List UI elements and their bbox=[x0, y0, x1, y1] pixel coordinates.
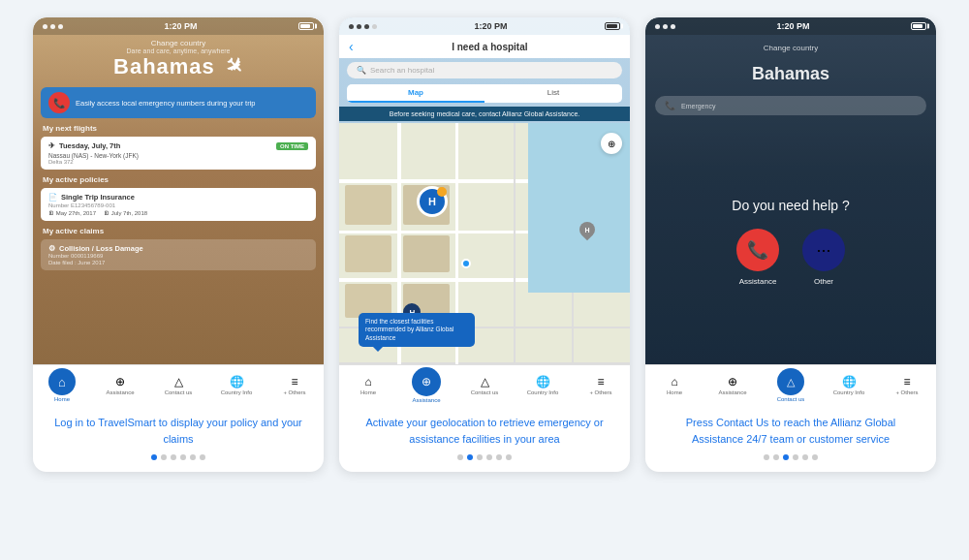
nav-assistance-2[interactable]: ⊕ Assistance bbox=[397, 367, 455, 403]
tab-list[interactable]: List bbox=[484, 84, 622, 103]
status-time-1: 1:20 PM bbox=[164, 21, 197, 31]
battery-fill-2 bbox=[607, 24, 617, 28]
dot-2-3[interactable] bbox=[477, 454, 483, 460]
claim-name-text: Collision / Loss Damage bbox=[59, 244, 143, 253]
card-caption-text-3: Press Contact Us to reach the Allianz Gl… bbox=[659, 415, 922, 447]
hospital-search[interactable]: 🔍 Search an hospital bbox=[347, 62, 622, 78]
hospital-h-icon-gray: H bbox=[584, 226, 589, 233]
dot-2-4[interactable] bbox=[486, 454, 492, 460]
nav-others-1[interactable]: ≡ + Others bbox=[266, 375, 324, 395]
dot-3-4[interactable] bbox=[793, 454, 798, 460]
bahamas-title-3: Bahamas bbox=[645, 64, 936, 84]
bahamas-title-1: Bahamas ✈ bbox=[113, 54, 243, 79]
other-btn[interactable]: ··· Other bbox=[802, 229, 845, 286]
emergency-banner[interactable]: 📞 Easily access local emergency numbers … bbox=[41, 87, 316, 118]
dot-3-1[interactable] bbox=[764, 454, 769, 460]
medical-notice: Before seeking medical care, contact All… bbox=[339, 107, 630, 121]
nav-country-3[interactable]: 🌐 Country Info bbox=[820, 375, 878, 395]
flight-route: Nassau (NAS) - New-York (JFK) bbox=[48, 152, 308, 159]
policy-date-from: 🗓 May 27th, 2017 bbox=[48, 210, 96, 216]
dot-1-2[interactable] bbox=[161, 454, 167, 460]
flight-date-text: Tuesday, July, 7th bbox=[59, 141, 120, 150]
phone-mockup-1: 1:20 PM Change country Dare and care, an… bbox=[33, 17, 324, 405]
dot-2-1[interactable] bbox=[457, 454, 463, 460]
flight-card: ✈ Tuesday, July, 7th ON TIME Nassau (NAS… bbox=[41, 137, 316, 170]
phone-icon-circle: 📞 bbox=[48, 92, 70, 113]
status-bar-2: 1:20 PM bbox=[339, 17, 630, 35]
map-area[interactable]: H H H ⊕ Find the close bbox=[339, 123, 630, 405]
crosshair-button[interactable]: ⊕ bbox=[601, 133, 622, 154]
location-dot bbox=[461, 259, 471, 268]
card-2: 1:20 PM ‹ I need a hospital 🔍 Search an … bbox=[339, 17, 630, 472]
nav-home-3[interactable]: ⌂ Home bbox=[645, 375, 703, 395]
dot-1-3[interactable] bbox=[171, 454, 176, 460]
card-3: 1:20 PM Change country Bahamas bbox=[645, 17, 936, 472]
dare-care-label: Dare and care, anytime, anywhere bbox=[127, 47, 231, 54]
dot-3-5[interactable] bbox=[802, 454, 808, 460]
gold-badge bbox=[437, 187, 447, 197]
change-country-3[interactable]: Change country bbox=[764, 44, 818, 52]
card-caption-1: Log in to TravelSmart to display your po… bbox=[33, 405, 324, 472]
nav-contact-1[interactable]: △ Contact us bbox=[149, 375, 207, 395]
nav-country-label-3: Country Info bbox=[833, 389, 865, 395]
dot-3-2[interactable] bbox=[773, 454, 779, 460]
dot-3-3[interactable] bbox=[783, 454, 789, 460]
dot-2-2[interactable] bbox=[467, 454, 473, 460]
nav-assistance-1[interactable]: ⊕ Assistance bbox=[91, 375, 149, 395]
nav-contact-2[interactable]: △ Contact us bbox=[455, 375, 514, 395]
nav-contact-3[interactable]: △ Contact us bbox=[762, 368, 820, 402]
nav-home-1[interactable]: ⌂ Home bbox=[33, 368, 91, 402]
country-icon-2: 🌐 bbox=[536, 375, 550, 389]
map-block-1 bbox=[345, 185, 391, 225]
phone1-background: 1:20 PM Change country Dare and care, an… bbox=[33, 17, 324, 405]
phone3-content: 1:20 PM Change country Bahamas bbox=[645, 17, 936, 405]
phone3-search[interactable]: 📞 Emergency bbox=[655, 96, 926, 115]
dot-3-6[interactable] bbox=[812, 454, 818, 460]
nav-others-3[interactable]: ≡ + Others bbox=[878, 375, 936, 395]
dot-2-6[interactable] bbox=[506, 454, 512, 460]
card-caption-text-2: Activate your geolocation to retrieve em… bbox=[353, 415, 616, 447]
nav-assistance-label-1: Assistance bbox=[106, 389, 134, 395]
nav-country-1[interactable]: 🌐 Country Info bbox=[207, 375, 266, 395]
tab-map[interactable]: Map bbox=[347, 84, 484, 103]
signal-dot-3-2 bbox=[663, 24, 668, 29]
bahamas-text-1: Bahamas bbox=[113, 54, 215, 78]
nav-others-2[interactable]: ≡ + Others bbox=[572, 375, 630, 395]
nav-assistance-label-3: Assistance bbox=[718, 389, 746, 395]
battery-icon-3 bbox=[911, 22, 926, 30]
dots-row-2 bbox=[353, 454, 616, 460]
signal-dot-2 bbox=[50, 24, 55, 29]
dot-1-4[interactable] bbox=[180, 454, 186, 460]
signal-dot-3-1 bbox=[655, 24, 660, 29]
dots-row-1 bbox=[47, 454, 310, 460]
status-time-3: 1:20 PM bbox=[776, 21, 809, 31]
dots-row-3 bbox=[659, 454, 922, 460]
road-v-3 bbox=[514, 123, 516, 405]
cards-container: 1:20 PM Change country Dare and care, an… bbox=[0, 0, 969, 472]
phone-mockup-2: 1:20 PM ‹ I need a hospital 🔍 Search an … bbox=[339, 17, 630, 405]
back-arrow-icon[interactable]: ‹ bbox=[349, 39, 354, 54]
dot-1-6[interactable] bbox=[200, 454, 205, 460]
signal-dots-3 bbox=[655, 24, 675, 29]
contact-circle-3: △ bbox=[777, 368, 804, 395]
card-caption-3: Press Contact Us to reach the Allianz Gl… bbox=[645, 405, 936, 472]
dot-1-1[interactable] bbox=[151, 454, 157, 460]
road-v-2 bbox=[455, 123, 458, 405]
search-placeholder: Search an hospital bbox=[370, 66, 434, 75]
nav-contact-label-2: Contact us bbox=[471, 389, 499, 395]
nav-country-label-1: Country Info bbox=[221, 389, 253, 395]
contact-icon-2: △ bbox=[481, 375, 489, 389]
assistance-btn[interactable]: 📞 Assistance bbox=[736, 229, 779, 286]
dot-2-5[interactable] bbox=[496, 454, 502, 460]
nav-country-2[interactable]: 🌐 Country Info bbox=[514, 375, 572, 395]
claim-number: Number 0000119669 bbox=[48, 253, 308, 259]
phone1-header: Change country Dare and care, anytime, a… bbox=[33, 35, 324, 85]
dot-1-5[interactable] bbox=[190, 454, 196, 460]
nav-home-2[interactable]: ⌂ Home bbox=[339, 375, 397, 395]
nav-assistance-3[interactable]: ⊕ Assistance bbox=[703, 375, 762, 395]
signal-dots-2 bbox=[349, 24, 377, 29]
assistance-icon-1: ⊕ bbox=[115, 375, 125, 389]
nav-contact-label-1: Contact us bbox=[165, 389, 193, 395]
change-country-1[interactable]: Change country bbox=[151, 39, 205, 47]
signal-dot-1 bbox=[43, 24, 47, 29]
